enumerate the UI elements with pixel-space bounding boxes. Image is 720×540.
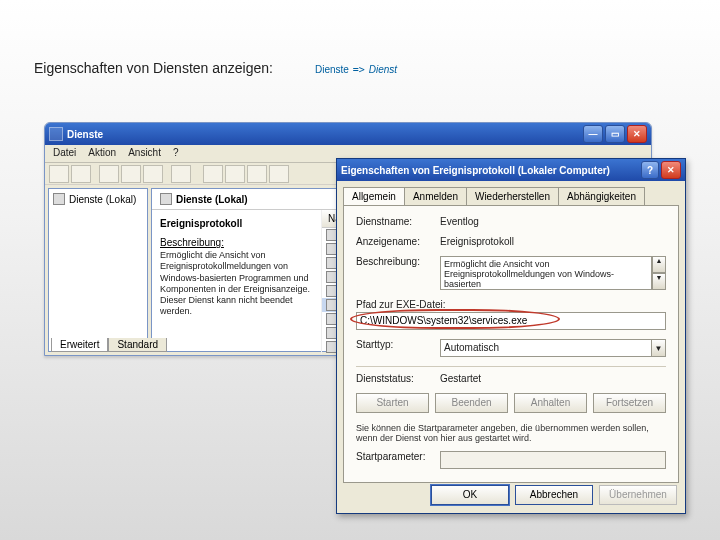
toolbar-refresh-icon[interactable] <box>143 165 163 183</box>
toolbar-pause-icon[interactable] <box>247 165 267 183</box>
pause-button[interactable]: Anhalten <box>514 393 587 413</box>
resume-button[interactable]: Fortsetzen <box>593 393 666 413</box>
label-start-params: Startparameter: <box>356 451 440 462</box>
menu-help[interactable]: ? <box>173 147 179 160</box>
exe-path-field[interactable]: C:\WINDOWS\system32\services.exe <box>356 312 666 330</box>
start-params-field[interactable] <box>440 451 666 469</box>
scroll-up-icon[interactable]: ▲ <box>652 256 666 273</box>
toolbar-export-icon[interactable] <box>121 165 141 183</box>
start-button[interactable]: Starten <box>356 393 429 413</box>
label-description: Beschreibung: <box>356 256 440 267</box>
maximize-button[interactable]: ▭ <box>605 125 625 143</box>
value-display-name: Ereignisprotokoll <box>440 236 666 247</box>
toolbar-properties-icon[interactable] <box>99 165 119 183</box>
tab-dependencies[interactable]: Abhängigkeiten <box>558 187 645 205</box>
minimize-button[interactable]: — <box>583 125 603 143</box>
value-service-name: Eventlog <box>440 216 666 227</box>
description-label: Beschreibung: <box>160 237 313 248</box>
value-status: Gestartet <box>440 373 666 384</box>
window-title: Dienste <box>67 129 103 140</box>
tree-panel: Dienste (Lokal) <box>48 188 148 352</box>
help-button[interactable]: ? <box>641 161 659 179</box>
hint-text: Sie können die Startparameter angeben, d… <box>356 423 666 443</box>
tab-recovery[interactable]: Wiederherstellen <box>466 187 559 205</box>
toolbar-restart-icon[interactable] <box>269 165 289 183</box>
label-display-name: Anzeigename: <box>356 236 440 247</box>
close-button[interactable]: ✕ <box>627 125 647 143</box>
tab-standard[interactable]: Standard <box>108 338 167 352</box>
gear-icon <box>160 193 172 205</box>
app-icon <box>49 127 63 141</box>
stop-button[interactable]: Beenden <box>435 393 508 413</box>
gear-icon <box>53 193 65 205</box>
menu-action[interactable]: Aktion <box>88 147 116 160</box>
toolbar-stop-icon[interactable] <box>225 165 245 183</box>
dialog-title: Eigenschaften von Ereignisprotokoll (Lok… <box>341 165 610 176</box>
menu-view[interactable]: Ansicht <box>128 147 161 160</box>
ok-button[interactable]: OK <box>431 485 509 505</box>
toolbar-help-icon[interactable] <box>171 165 191 183</box>
label-exe-path: Pfad zur EXE-Datei: <box>356 299 445 310</box>
slide-nav-path: Dienste => Dienst <box>315 60 397 76</box>
menu-file[interactable]: Datei <box>53 147 76 160</box>
apply-button[interactable]: Übernehmen <box>599 485 677 505</box>
tree-root[interactable]: Dienste (Lokal) <box>53 193 143 205</box>
chevron-down-icon[interactable]: ▼ <box>651 339 666 357</box>
properties-dialog: Eigenschaften von Ereignisprotokoll (Lok… <box>336 158 686 514</box>
description-field[interactable]: Ermöglicht die Ansicht von Ereignisproto… <box>440 256 652 290</box>
tab-logon[interactable]: Anmelden <box>404 187 467 205</box>
titlebar[interactable]: Dienste — ▭ ✕ <box>45 123 651 145</box>
pane-title: Dienste (Lokal) <box>176 194 248 205</box>
tab-extended[interactable]: Erweitert <box>51 338 108 352</box>
description-text: Ermöglicht die Ansicht von Ereignisproto… <box>160 250 313 318</box>
tab-general[interactable]: Allgemein <box>343 187 405 205</box>
dialog-close-button[interactable]: ✕ <box>661 161 681 179</box>
label-startup-type: Starttyp: <box>356 339 440 350</box>
scroll-down-icon[interactable]: ▼ <box>652 273 666 290</box>
toolbar-forward-icon[interactable] <box>71 165 91 183</box>
cancel-button[interactable]: Abbrechen <box>515 485 593 505</box>
toolbar-play-icon[interactable] <box>203 165 223 183</box>
dialog-titlebar[interactable]: Eigenschaften von Ereignisprotokoll (Lok… <box>337 159 685 181</box>
toolbar-back-icon[interactable] <box>49 165 69 183</box>
label-status: Dienststatus: <box>356 373 440 384</box>
selected-service-name: Ereignisprotokoll <box>160 218 313 229</box>
label-service-name: Dienstname: <box>356 216 440 227</box>
startup-type-combo[interactable]: Automatisch <box>440 339 651 357</box>
slide-title: Eigenschaften von Diensten anzeigen: <box>34 60 273 76</box>
